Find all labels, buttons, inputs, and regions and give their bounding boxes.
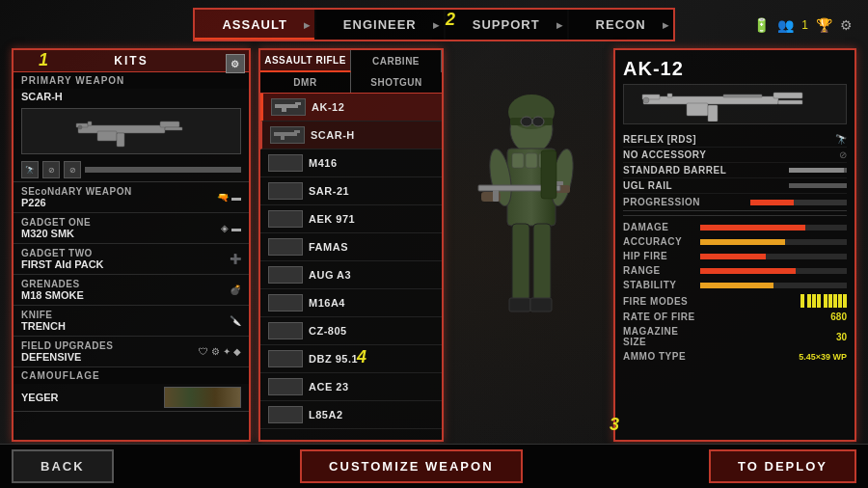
tab-shotgun[interactable]: SHOTGUN [351, 72, 442, 93]
camouflage-row[interactable]: YEGER [14, 384, 249, 411]
field-upgrades-value: DEFENSIVE [21, 351, 113, 363]
weapon-item-m16a4[interactable]: M16A4 [260, 289, 442, 317]
attachment-reflex[interactable]: REFLEX [RDS] 🔭 [623, 132, 847, 148]
weapon-item-cz805[interactable]: CZ-805 [260, 317, 442, 345]
weapon-item-aek971[interactable]: AEK 971 [260, 205, 442, 233]
attachment-no-accessory[interactable]: NO ACCESSORY ⊘ [623, 148, 847, 163]
gadget-two-icons: ➕ [230, 254, 241, 264]
ammo-type-label: AMMO TYPE [623, 351, 700, 362]
stat-range-label: RANGE [623, 265, 700, 276]
upgrade4-icon: ◆ [233, 346, 241, 357]
deploy-button[interactable]: TO DEPLOY [709, 449, 856, 483]
trophy-icon: 🏆 [816, 17, 832, 33]
knife-row[interactable]: KNIFE TRENCH 🔪 [14, 306, 249, 337]
weapon-type-tabs: ASSAULT RIFLE CARBINE DMR SHOTGUN [260, 50, 442, 94]
attachment-barrel-name: STANDARD BARREL [623, 165, 726, 176]
gadget1-icon: ◈ [221, 223, 229, 233]
weapon-item-ace23[interactable]: ACE 23 [260, 373, 442, 401]
battery-icon: 🔋 [753, 17, 770, 33]
weapon-name-famas: FAMAS [309, 241, 348, 253]
tab-support[interactable]: SUPPORT [446, 10, 567, 40]
svg-rect-12 [294, 130, 300, 133]
tab-assault[interactable]: ASSAULT [195, 10, 313, 40]
weapon-thumb-scarh [270, 126, 305, 144]
attachment-barrel[interactable]: STANDARD BARREL [623, 163, 847, 178]
upgrade3-icon: ✦ [223, 346, 231, 357]
primary-weapon-icons: 🔭 ⊘ ⊘ [14, 158, 249, 181]
weapon-name-l85a2: L85A2 [309, 409, 343, 420]
svg-rect-0 [78, 125, 165, 133]
svg-rect-42 [667, 94, 672, 97]
svg-rect-2 [160, 122, 179, 127]
fire-mode-icons [800, 294, 847, 308]
magazine-size-row: MAGAZINE SIZE 30 [623, 324, 847, 349]
stat-damage-label: DAMAGE [623, 222, 700, 232]
primary-weapon-section: PRIMARY WEAPON ⚙ SCAR-H 🔭 ⊘ [14, 72, 249, 182]
gun-icon: 🔫 [217, 192, 229, 203]
ammo-icon: ▬ [231, 192, 241, 203]
upgrade1-icon: 🛡 [199, 346, 208, 357]
class-tabs: ASSAULT ENGINEER SUPPORT RECON [193, 8, 674, 41]
svg-rect-31 [533, 224, 551, 301]
primary-weapon-value: SCAR-H [14, 89, 249, 106]
weapon-item-sar21[interactable]: SAR-21 [260, 177, 442, 205]
gadget-one-label: GADGET ONE [21, 217, 91, 228]
grenades-row[interactable]: GRENADES M18 SMOKE 💣 [14, 275, 249, 306]
weapon-item-l85a2[interactable]: L85A2 [260, 401, 442, 429]
svg-rect-20 [512, 153, 524, 168]
stat-stability-label: STABILITY [623, 280, 700, 290]
rate-of-fire-label: RATE OF FIRE [623, 312, 700, 322]
weapon-name-ak12: AK-12 [312, 101, 344, 113]
stat-range-fill [700, 268, 796, 274]
knife-icons: 🔪 [230, 315, 241, 326]
secondary-weapon-row[interactable]: SEcoNdARY WEAPON P226 🔫 ▬ [14, 182, 249, 213]
label-4: 4 [357, 347, 366, 367]
weapon-name-ace23: ACE 23 [309, 381, 349, 393]
grenades-value: M18 SMOKE [21, 289, 84, 301]
weapon-list: AK-12 SCAR-H M416 SAR-21 AEK 971 FAMAS [260, 94, 442, 433]
stat-damage-bar [700, 225, 847, 230]
back-button[interactable]: BACK [12, 449, 114, 483]
attachment-noaccessory-name: NO ACCESSORY [623, 149, 706, 160]
gadget-two-row[interactable]: GADGET TWO FIRST AId PACK ➕ [14, 244, 249, 275]
gadget-two-value: FIRST AId PACK [21, 258, 104, 270]
weapon-thumb-sar21 [268, 182, 303, 200]
camouflage-section: CAMOUFLAGE YEGER [14, 367, 249, 412]
gadget-one-row[interactable]: GADGET ONE M320 SMK ◈ ▬ [14, 213, 249, 244]
svg-rect-11 [274, 132, 297, 136]
kits-header: KITS [14, 50, 249, 72]
rate-of-fire-value: 680 [818, 312, 847, 322]
grenade-icon: 💣 [230, 285, 241, 295]
weapon-item-m416[interactable]: M416 [260, 149, 442, 177]
camouflage-label: CAMOUFLAGE [14, 367, 249, 384]
tab-recon[interactable]: RECON [569, 10, 673, 40]
knife-value: TRENCH [21, 320, 66, 332]
weapon-thumb-l85a2 [268, 406, 303, 423]
weapon-item-auga3[interactable]: AUG A3 [260, 261, 442, 289]
tab-carbine[interactable]: CARBINE [351, 50, 442, 72]
weapon-item-dbz95[interactable]: DBZ 95.1 [260, 345, 442, 373]
fire-mode-auto [824, 294, 847, 308]
primary-weapon-gear[interactable]: ⚙ [226, 54, 245, 73]
progression-label: PROGRESSION [623, 197, 700, 207]
tab-assault-rifle[interactable]: ASSAULT RIFLE [260, 50, 351, 72]
attachment-ugl[interactable]: UGL RAIL [623, 178, 847, 194]
stat-hipfire-fill [700, 254, 766, 259]
svg-rect-29 [493, 190, 499, 202]
tab-engineer[interactable]: ENGINEER [316, 10, 444, 40]
weapon-name-aek971: AEK 971 [309, 213, 355, 225]
svg-rect-32 [509, 298, 530, 312]
weapon-thumb-cz805 [268, 322, 303, 339]
stats-divider [623, 215, 847, 216]
grip-icon: ⊘ [64, 161, 81, 178]
tab-dmr[interactable]: DMR [260, 72, 351, 93]
weapon-item-famas[interactable]: FAMAS [260, 233, 442, 261]
soldier-figure [454, 81, 609, 409]
svg-rect-13 [281, 135, 285, 140]
weapon-item-scarh[interactable]: SCAR-H [260, 122, 442, 149]
customize-weapon-button[interactable]: CUSTOMIZE WEAPON [300, 449, 522, 483]
stat-accuracy-fill [700, 239, 785, 245]
weapon-item-ak12[interactable]: AK-12 [260, 94, 442, 122]
svg-rect-43 [723, 95, 762, 97]
field-upgrades-row[interactable]: FIELD UPGRADES DEFENSIVE 🛡 ⚙ ✦ ◆ [14, 337, 249, 367]
